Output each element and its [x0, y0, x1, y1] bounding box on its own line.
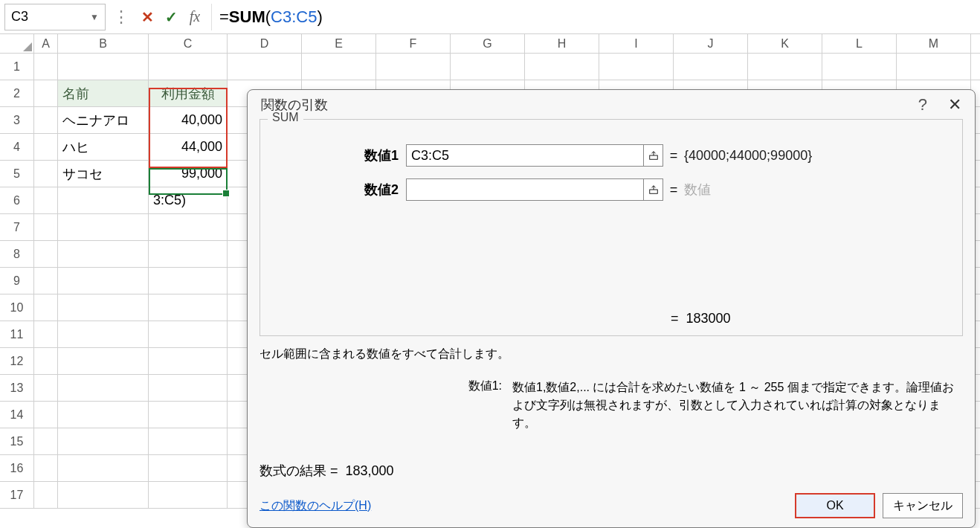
accept-formula-button[interactable]: ✓	[161, 7, 181, 28]
cell-C11[interactable]	[149, 321, 228, 347]
cell-B14[interactable]	[58, 402, 149, 428]
cell-G1[interactable]	[451, 54, 525, 80]
row-header-7[interactable]: 7	[0, 214, 34, 240]
col-header-E[interactable]: E	[302, 34, 376, 53]
col-header-D[interactable]: D	[228, 34, 302, 53]
cell-C8[interactable]	[149, 241, 228, 267]
cell-A13[interactable]	[34, 375, 58, 401]
cell-C14[interactable]	[149, 402, 228, 428]
cell-B7[interactable]	[58, 214, 149, 240]
cell-C16[interactable]	[149, 455, 228, 481]
cell-A2[interactable]	[34, 80, 58, 106]
row-header-16[interactable]: 16	[0, 455, 34, 481]
cell-C6[interactable]: 3:C5)	[149, 187, 228, 213]
help-link[interactable]: この関数のヘルプ(H)	[259, 498, 371, 514]
row-header-6[interactable]: 6	[0, 187, 34, 213]
cell-A3[interactable]	[34, 107, 58, 133]
cell-B15[interactable]	[58, 428, 149, 454]
col-header-K[interactable]: K	[748, 34, 822, 53]
cell-K1[interactable]	[748, 54, 822, 80]
cell-A12[interactable]	[34, 348, 58, 374]
dialog-titlebar[interactable]: 関数の引数 ? ✕	[248, 90, 975, 119]
arg2-range-picker-icon[interactable]	[644, 178, 663, 201]
col-header-B[interactable]: B	[58, 34, 149, 53]
col-header-H[interactable]: H	[525, 34, 599, 53]
cell-C13[interactable]	[149, 375, 228, 401]
col-header-L[interactable]: L	[822, 34, 897, 53]
cell-J1[interactable]	[674, 54, 748, 80]
cell-B12[interactable]	[58, 348, 149, 374]
col-header-F[interactable]: F	[376, 34, 451, 53]
cell-C12[interactable]	[149, 348, 228, 374]
chevron-down-icon[interactable]: ▼	[90, 12, 99, 22]
select-all-corner[interactable]	[0, 34, 34, 53]
arg2-input[interactable]	[406, 178, 644, 201]
cell-B8[interactable]	[58, 241, 149, 267]
cell-A4[interactable]	[34, 134, 58, 160]
row-header-11[interactable]: 11	[0, 321, 34, 347]
fx-button[interactable]: fx	[184, 7, 205, 28]
row-header-5[interactable]: 5	[0, 161, 34, 187]
cell-B13[interactable]	[58, 375, 149, 401]
cell-A14[interactable]	[34, 402, 58, 428]
row-header-10[interactable]: 10	[0, 294, 34, 321]
row-header-3[interactable]: 3	[0, 107, 34, 133]
close-icon[interactable]: ✕	[948, 95, 961, 115]
cell-A17[interactable]	[34, 482, 58, 508]
col-header-I[interactable]: I	[599, 34, 674, 53]
help-icon[interactable]: ?	[918, 95, 927, 115]
cell-A8[interactable]	[34, 241, 58, 267]
cell-A1[interactable]	[34, 54, 58, 80]
cell-C4[interactable]: 44,000	[149, 134, 228, 160]
cell-C7[interactable]	[149, 214, 228, 240]
col-header-G[interactable]: G	[451, 34, 525, 53]
row-header-14[interactable]: 14	[0, 402, 34, 428]
row-header-2[interactable]: 2	[0, 80, 34, 106]
row-header-17[interactable]: 17	[0, 482, 34, 508]
cell-A16[interactable]	[34, 455, 58, 481]
cell-C9[interactable]	[149, 268, 228, 294]
cell-D1[interactable]	[228, 54, 302, 80]
cell-B16[interactable]	[58, 455, 149, 481]
name-box[interactable]: C3 ▼	[4, 4, 106, 30]
row-header-13[interactable]: 13	[0, 375, 34, 401]
cell-C3[interactable]: 40,000	[149, 107, 228, 133]
cell-H1[interactable]	[525, 54, 599, 80]
function-arguments-dialog[interactable]: 関数の引数 ? ✕ SUM 数値1 C3:C5 = {40000;44000;9…	[247, 89, 976, 528]
cell-C5[interactable]: 99,000	[149, 161, 228, 187]
cell-B9[interactable]	[58, 268, 149, 294]
cancel-button[interactable]: キャンセル	[883, 493, 963, 518]
ok-button[interactable]: OK	[795, 493, 875, 518]
cell-C15[interactable]	[149, 428, 228, 454]
cell-B5[interactable]: サコセ	[58, 161, 149, 187]
cell-A15[interactable]	[34, 428, 58, 454]
cell-B17[interactable]	[58, 482, 149, 508]
cell-A6[interactable]	[34, 187, 58, 213]
col-header-J[interactable]: J	[674, 34, 748, 53]
col-header-C[interactable]: C	[149, 34, 228, 53]
cell-A10[interactable]	[34, 294, 58, 321]
row-header-8[interactable]: 8	[0, 241, 34, 267]
col-header-M[interactable]: M	[897, 34, 971, 53]
arg1-range-picker-icon[interactable]	[644, 144, 663, 167]
cell-B2[interactable]: 名前	[58, 80, 149, 106]
cell-M1[interactable]	[897, 54, 971, 80]
arg1-input[interactable]: C3:C5	[406, 144, 644, 167]
cell-C10[interactable]	[149, 294, 228, 321]
cell-L1[interactable]	[822, 54, 897, 80]
col-header-A[interactable]: A	[34, 34, 58, 53]
cell-B6[interactable]	[58, 187, 149, 213]
cell-B4[interactable]: ハヒ	[58, 134, 149, 160]
row-header-4[interactable]: 4	[0, 134, 34, 160]
row-header-12[interactable]: 12	[0, 348, 34, 374]
cell-B11[interactable]	[58, 321, 149, 347]
cell-C2[interactable]: 利用金額	[149, 80, 228, 106]
row-header-1[interactable]: 1	[0, 54, 34, 80]
cell-B1[interactable]	[58, 54, 149, 80]
row-header-15[interactable]: 15	[0, 428, 34, 454]
cell-A11[interactable]	[34, 321, 58, 347]
row-header-9[interactable]: 9	[0, 268, 34, 294]
cell-F1[interactable]	[376, 54, 451, 80]
cell-A7[interactable]	[34, 214, 58, 240]
formula-input[interactable]: =SUM(C3:C5)	[211, 4, 980, 30]
